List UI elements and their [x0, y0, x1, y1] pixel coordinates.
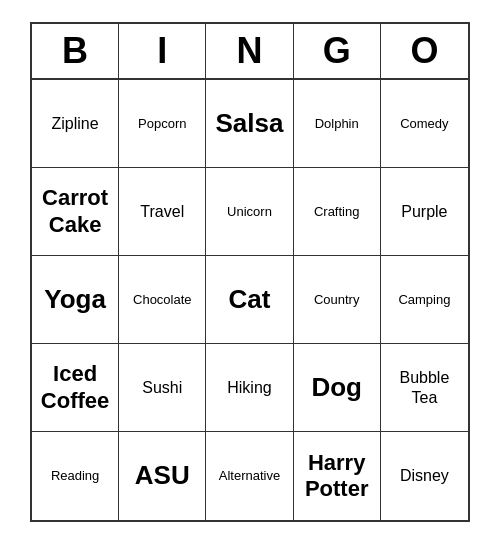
bingo-cell-text-16: Sushi [142, 378, 182, 397]
bingo-cell-text-2: Salsa [216, 108, 284, 139]
bingo-cell-1: Popcorn [119, 80, 206, 168]
bingo-cell-text-11: Chocolate [133, 292, 192, 308]
bingo-cell-text-17: Hiking [227, 378, 271, 397]
bingo-cell-text-5: CarrotCake [42, 185, 108, 238]
bingo-cell-text-3: Dolphin [315, 116, 359, 132]
bingo-cell-15: IcedCoffee [32, 344, 119, 432]
bingo-cell-17: Hiking [206, 344, 293, 432]
bingo-cell-14: Camping [381, 256, 468, 344]
bingo-cell-text-14: Camping [398, 292, 450, 308]
bingo-cell-24: Disney [381, 432, 468, 520]
bingo-cell-text-1: Popcorn [138, 116, 186, 132]
bingo-cell-text-24: Disney [400, 466, 449, 485]
bingo-header-letter-g: G [294, 24, 381, 78]
bingo-cell-text-6: Travel [140, 202, 184, 221]
bingo-cell-text-22: Alternative [219, 468, 280, 484]
bingo-header-letter-n: N [206, 24, 293, 78]
bingo-cell-text-9: Purple [401, 202, 447, 221]
bingo-header: BINGO [32, 24, 468, 80]
bingo-cell-text-10: Yoga [44, 284, 106, 315]
bingo-cell-text-15: IcedCoffee [41, 361, 109, 414]
bingo-cell-21: ASU [119, 432, 206, 520]
bingo-cell-text-8: Crafting [314, 204, 360, 220]
bingo-cell-10: Yoga [32, 256, 119, 344]
bingo-cell-22: Alternative [206, 432, 293, 520]
bingo-cell-12: Cat [206, 256, 293, 344]
bingo-cell-text-20: Reading [51, 468, 99, 484]
bingo-cell-text-21: ASU [135, 460, 190, 491]
bingo-cell-text-19: BubbleTea [399, 368, 449, 406]
bingo-cell-3: Dolphin [294, 80, 381, 168]
bingo-cell-18: Dog [294, 344, 381, 432]
bingo-cell-text-12: Cat [229, 284, 271, 315]
bingo-cell-text-4: Comedy [400, 116, 448, 132]
bingo-cell-2: Salsa [206, 80, 293, 168]
bingo-cell-0: Zipline [32, 80, 119, 168]
bingo-header-letter-i: I [119, 24, 206, 78]
bingo-card: BINGO ZiplinePopcornSalsaDolphinComedyCa… [30, 22, 470, 522]
bingo-cell-8: Crafting [294, 168, 381, 256]
bingo-cell-text-0: Zipline [52, 114, 99, 133]
bingo-cell-text-18: Dog [311, 372, 362, 403]
bingo-header-letter-b: B [32, 24, 119, 78]
bingo-cell-6: Travel [119, 168, 206, 256]
bingo-cell-23: HarryPotter [294, 432, 381, 520]
bingo-cell-text-23: HarryPotter [305, 450, 369, 503]
bingo-cell-text-7: Unicorn [227, 204, 272, 220]
bingo-cell-5: CarrotCake [32, 168, 119, 256]
bingo-cell-11: Chocolate [119, 256, 206, 344]
bingo-cell-4: Comedy [381, 80, 468, 168]
bingo-header-letter-o: O [381, 24, 468, 78]
bingo-cell-20: Reading [32, 432, 119, 520]
bingo-grid: ZiplinePopcornSalsaDolphinComedyCarrotCa… [32, 80, 468, 520]
bingo-cell-13: Country [294, 256, 381, 344]
bingo-cell-9: Purple [381, 168, 468, 256]
bingo-cell-19: BubbleTea [381, 344, 468, 432]
bingo-cell-16: Sushi [119, 344, 206, 432]
bingo-cell-text-13: Country [314, 292, 360, 308]
bingo-cell-7: Unicorn [206, 168, 293, 256]
